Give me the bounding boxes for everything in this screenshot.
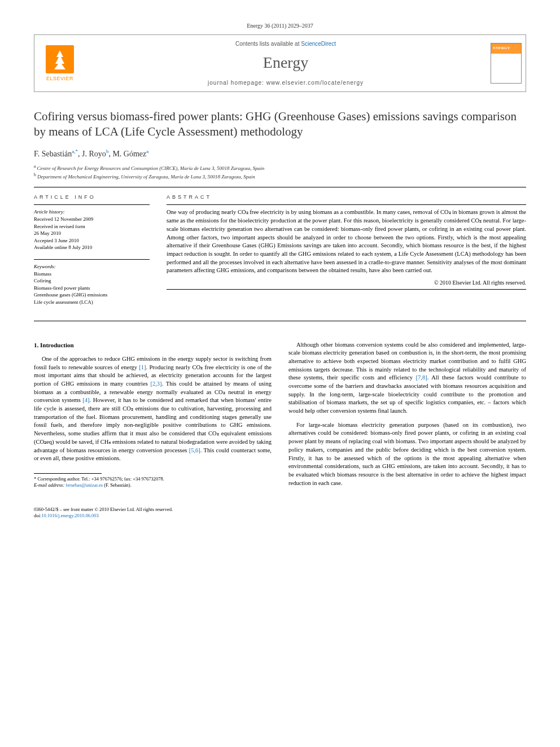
ref-link[interactable]: [2,3] — [150, 381, 161, 387]
history-line: Received 12 November 2009 — [34, 216, 150, 223]
body-paragraph: One of the approaches to reduce GHG emis… — [34, 355, 272, 463]
homepage-url[interactable]: www.elsevier.com/locate/energy — [266, 80, 364, 86]
affiliation-line: b Department of Mechanical Engineering, … — [34, 172, 526, 181]
divider — [34, 259, 150, 260]
header-center: Contents lists available at ScienceDirec… — [85, 35, 486, 91]
keywords-label: Keywords: — [34, 263, 150, 270]
affil-text: Department of Mechanical Engineering, Un… — [37, 174, 255, 180]
copyright-line: © 2010 Elsevier Ltd. All rights reserved… — [167, 279, 526, 286]
section-heading: 1. Introduction — [34, 341, 272, 350]
contents-prefix: Contents lists available at — [235, 41, 301, 47]
journal-header: ELSEVIER Contents lists available at Sci… — [34, 34, 526, 92]
author-name: M. Gómez — [112, 149, 146, 158]
page-footer: 0360-5442/$ – see front matter © 2010 El… — [34, 506, 526, 519]
body-right-column: Although other biomass conversion system… — [288, 341, 526, 493]
affil-text: Centre of Research for Energy Resources … — [37, 165, 265, 171]
text-run: . However, it has to be considered and r… — [34, 397, 272, 453]
homepage-prefix: journal homepage: — [208, 80, 266, 86]
publisher-name: ELSEVIER — [46, 76, 73, 81]
affiliations: a Centre of Research for Energy Resource… — [34, 164, 526, 180]
author-affil-marker[interactable]: b — [106, 148, 109, 154]
doi-line: doi:10.1016/j.energy.2010.06.003 — [34, 513, 526, 519]
body-left-column: 1. Introduction One of the approaches to… — [34, 341, 272, 493]
publisher-logo-cell: ELSEVIER — [34, 35, 85, 91]
contents-available-line: Contents lists available at ScienceDirec… — [235, 41, 336, 47]
ref-link[interactable]: [4] — [82, 397, 89, 403]
author-name: F. Sebastián — [34, 149, 72, 158]
sciencedirect-link[interactable]: ScienceDirect — [301, 41, 336, 47]
body-paragraph: For large-scale biomass electricity gene… — [288, 421, 526, 488]
corresponding-author-footnote: * Corresponding author. Tel.: +34 976762… — [34, 476, 272, 488]
affiliation-line: a Centre of Research for Energy Resource… — [34, 164, 526, 172]
journal-cover-cell: ENERGY — [486, 35, 526, 91]
divider — [34, 204, 150, 205]
article-info-heading: ARTICLE INFO — [34, 194, 150, 200]
article-history-block: Article history: Received 12 November 20… — [34, 208, 150, 251]
author-affil-marker[interactable]: a — [146, 148, 148, 154]
divider — [34, 187, 526, 187]
email-link[interactable]: fersebas@unizar.es — [65, 482, 103, 488]
article-info-column: ARTICLE INFO Article history: Received 1… — [34, 194, 150, 313]
history-label: Article history: — [34, 208, 150, 216]
doi-label: doi: — [34, 513, 41, 518]
author-list: F. Sebastiána,*, J. Royob, M. Gómeza — [34, 148, 526, 159]
abstract-text: One way of producing nearly CO₂ free ele… — [167, 208, 526, 275]
front-matter-line: 0360-5442/$ – see front matter © 2010 El… — [34, 506, 526, 513]
email-label: E-mail address: — [34, 482, 65, 488]
abstract-heading: ABSTRACT — [167, 194, 526, 200]
keyword: Biomass — [34, 270, 150, 278]
footnote-divider — [34, 473, 102, 474]
affil-sup: b — [34, 172, 36, 177]
keyword: Greenhouse gases (GHG) emissions — [34, 291, 150, 299]
divider — [167, 204, 526, 205]
info-abstract-row: ARTICLE INFO Article history: Received 1… — [34, 194, 526, 313]
ref-link[interactable]: [7,8] — [416, 374, 427, 381]
divider — [167, 289, 526, 290]
body-paragraph: Although other biomass conversion system… — [288, 341, 526, 416]
elsevier-tree-icon — [46, 45, 74, 73]
affil-sup: a — [34, 164, 36, 169]
divider — [34, 321, 526, 321]
keyword: Biomass-fired power plants — [34, 285, 150, 292]
article-title: Cofiring versus biomass-fired power plan… — [34, 109, 526, 140]
keywords-block: Keywords: Biomass Cofiring Biomass-fired… — [34, 263, 150, 306]
journal-name: Energy — [263, 54, 308, 72]
ref-link[interactable]: [1] — [139, 364, 146, 370]
body-columns: 1. Introduction One of the approaches to… — [34, 341, 526, 493]
keyword: Cofiring — [34, 277, 150, 285]
journal-homepage-line: journal homepage: www.elsevier.com/locat… — [208, 80, 364, 86]
history-line: Accepted 3 June 2010 — [34, 237, 150, 244]
cover-title: ENERGY — [493, 46, 510, 50]
abstract-column: ABSTRACT One way of producing nearly CO₂… — [167, 194, 526, 313]
ref-link[interactable]: [5,6] — [189, 447, 200, 453]
history-line: Received in revised form — [34, 223, 150, 230]
keyword: Life cycle assessment (LCA) — [34, 299, 150, 306]
author-name: J. Royo — [82, 149, 106, 158]
citation-line: Energy 36 (2011) 2029–2037 — [34, 23, 526, 29]
corresponding-email-line: E-mail address: fersebas@unizar.es (F. S… — [34, 482, 272, 488]
history-line: 26 May 2010 — [34, 230, 150, 237]
doi-link[interactable]: 10.1016/j.energy.2010.06.003 — [41, 513, 99, 518]
email-suffix: (F. Sebastián). — [103, 482, 132, 488]
author-affil-marker[interactable]: a,* — [72, 148, 78, 154]
history-line: Available online 8 July 2010 — [34, 244, 150, 251]
corresponding-tel: * Corresponding author. Tel.: +34 976762… — [34, 476, 272, 482]
journal-cover-thumb: ENERGY — [491, 43, 522, 84]
